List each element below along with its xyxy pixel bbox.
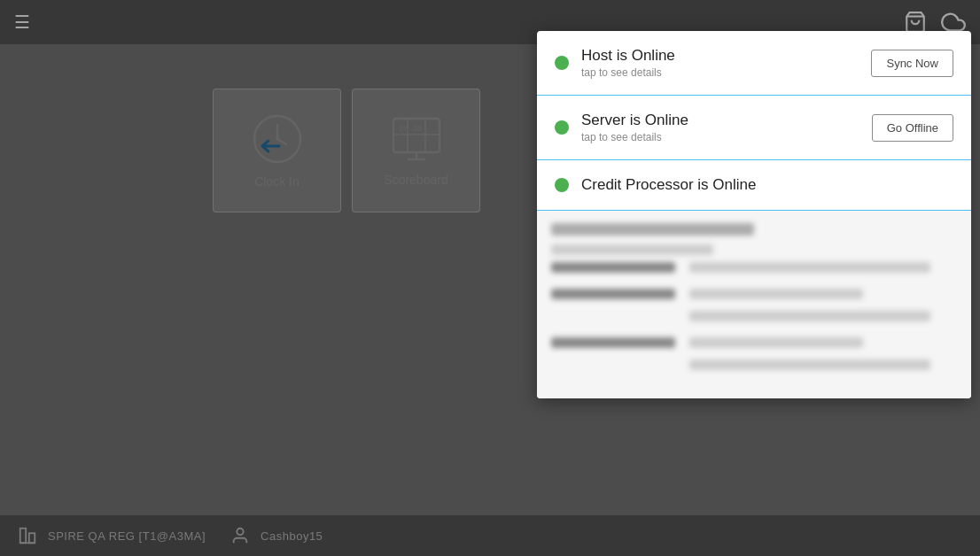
blurred-row-1 xyxy=(551,244,713,255)
blurred-content-3 xyxy=(689,337,957,377)
blurred-section-2 xyxy=(551,289,957,328)
blurred-section-1 xyxy=(551,262,957,280)
host-status-dot xyxy=(555,56,569,70)
status-popup: Host is Online tap to see details Sync N… xyxy=(537,31,971,398)
blurred-label-1 xyxy=(551,262,675,273)
sync-now-button[interactable]: Sync Now xyxy=(871,50,953,77)
server-status-dot xyxy=(555,120,569,135)
blurred-label-3 xyxy=(551,337,675,348)
credit-status-row[interactable]: Credit Processor is Online xyxy=(537,160,971,211)
blurred-row-3 xyxy=(689,289,863,299)
host-status-subtitle: tap to see details xyxy=(581,66,675,79)
host-status-row[interactable]: Host is Online tap to see details Sync N… xyxy=(537,31,971,96)
credit-status-dot xyxy=(555,178,569,192)
blurred-row-2 xyxy=(689,262,930,273)
blurred-row-5 xyxy=(689,337,863,348)
server-status-left: Server is Online tap to see details xyxy=(555,112,688,143)
server-status-title: Server is Online xyxy=(581,112,688,129)
server-status-text: Server is Online tap to see details xyxy=(581,112,688,143)
host-status-left: Host is Online tap to see details xyxy=(555,47,675,79)
credit-status-text: Credit Processor is Online xyxy=(581,176,756,194)
credit-status-left: Credit Processor is Online xyxy=(555,176,756,194)
server-status-row[interactable]: Server is Online tap to see details Go O… xyxy=(537,96,971,160)
blurred-content-area xyxy=(537,211,971,398)
host-status-title: Host is Online xyxy=(581,47,675,65)
server-status-subtitle: tap to see details xyxy=(581,131,688,143)
host-status-text: Host is Online tap to see details xyxy=(581,47,675,79)
blurred-row-4 xyxy=(689,311,930,321)
blurred-row-6 xyxy=(689,359,930,370)
go-offline-button[interactable]: Go Offline xyxy=(872,114,953,142)
blurred-header xyxy=(551,223,754,236)
blurred-section-3 xyxy=(551,337,957,377)
blurred-content-2 xyxy=(689,289,957,328)
blurred-content-1 xyxy=(689,262,957,280)
blurred-label-2 xyxy=(551,289,675,299)
credit-status-title: Credit Processor is Online xyxy=(581,176,756,194)
